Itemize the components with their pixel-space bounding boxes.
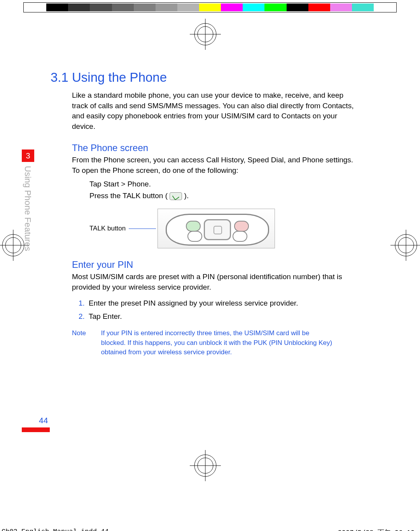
printer-color-bar xyxy=(23,2,397,12)
step-2-text: Tap Enter. xyxy=(89,312,122,320)
section-heading: 3.1 Using the Phone xyxy=(51,70,354,85)
colorbar-swatch xyxy=(68,4,90,11)
intro-paragraph: Like a standard mobile phone, you can us… xyxy=(72,90,354,132)
colorbar-swatch xyxy=(221,4,243,11)
page-number: 44 xyxy=(39,416,48,425)
colorbar-swatch xyxy=(24,4,46,11)
chapter-title-vertical: Using Phone Features xyxy=(23,166,33,267)
colorbar-swatch xyxy=(374,4,396,11)
colorbar-swatch xyxy=(90,4,112,11)
step-1: 1.Enter the preset PIN assigned by your … xyxy=(79,297,354,310)
step-1-text: Enter the preset PIN assigned by your wi… xyxy=(89,299,298,307)
talk-button-inline-icon xyxy=(170,192,182,200)
colorbar-swatch xyxy=(199,4,221,11)
colorbar-swatch xyxy=(112,4,134,11)
registration-mark-bottom xyxy=(190,450,221,481)
colorbar-swatch xyxy=(156,4,177,11)
note-label: Note xyxy=(72,329,99,338)
colorbar-swatch xyxy=(287,4,308,11)
step-2: 2.Tap Enter. xyxy=(79,310,354,323)
colorbar-swatch xyxy=(330,4,352,11)
footer-file: Ch03_English_Manual.indd 44 xyxy=(2,528,108,531)
bullet-press-talk: Press the TALK button ( ). xyxy=(89,190,354,202)
colorbar-swatch xyxy=(134,4,156,11)
bullet-tap-start: Tap Start > Phone. xyxy=(89,178,354,190)
chapter-badge: 3 xyxy=(22,149,34,162)
subheading-enter-pin: Enter your PIN xyxy=(72,259,354,270)
colorbar-swatch xyxy=(264,4,286,11)
registration-mark-top xyxy=(190,19,221,50)
colorbar-swatch xyxy=(352,4,374,11)
colorbar-swatch xyxy=(177,4,199,11)
note-text: If your PIN is entered incorrectly three… xyxy=(101,329,334,357)
footer-timestamp: 2007/5/28 下午 06:16: xyxy=(338,528,418,531)
phone-keypad-diagram xyxy=(158,209,275,248)
subheading-phone-screen: The Phone screen xyxy=(72,142,354,153)
colorbar-swatch xyxy=(308,4,330,11)
bullet-press-talk-text-a: Press the TALK button ( xyxy=(89,192,170,200)
registration-mark-right xyxy=(390,230,420,261)
colorbar-swatch xyxy=(46,4,68,11)
phone-screen-paragraph: From the Phone screen, you can access Ca… xyxy=(72,155,354,176)
bullet-press-talk-text-b: ). xyxy=(182,192,189,200)
colorbar-swatch xyxy=(243,4,264,11)
page-accent-bar xyxy=(22,427,50,432)
diagram-leader-line xyxy=(129,229,156,229)
enter-pin-paragraph: Most USIM/SIM cards are preset with a PI… xyxy=(72,272,354,292)
diagram-label-talk-button: TALK button xyxy=(89,225,126,232)
